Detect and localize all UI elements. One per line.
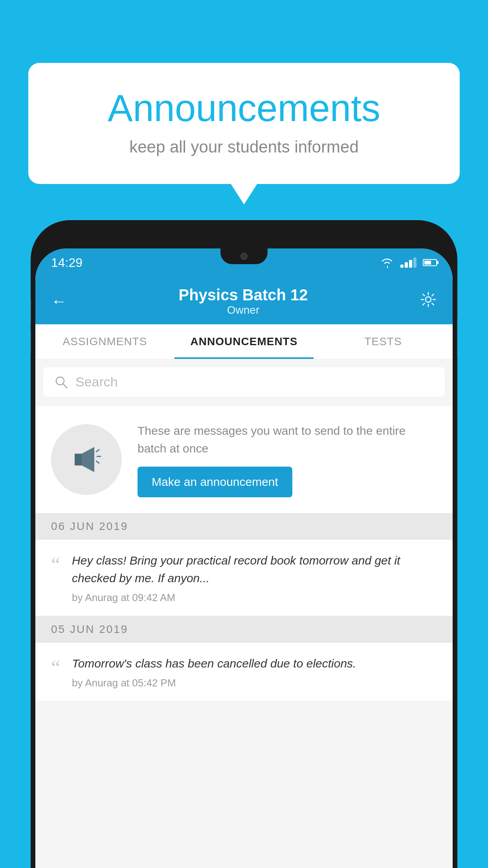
status-bar: 14:29 [35,248,453,277]
volume-up-button [31,299,31,322]
phone-screen: 14:29 [35,248,453,868]
tab-tests[interactable]: TESTS [314,324,453,359]
battery-icon [423,259,437,266]
date-divider-1: 06 JUN 2019 [35,513,453,540]
main-subtitle: keep all your students informed [60,138,428,156]
search-icon [54,375,68,389]
header-title-group: Physics Batch 12 Owner [178,286,308,316]
app-header: ← Physics Batch 12 Owner [35,277,453,324]
svg-rect-4 [75,454,82,465]
gear-icon [420,291,437,308]
screen-body: Search These [35,359,453,868]
signal-icon [400,257,416,268]
volume-down-button [31,330,31,354]
front-camera [240,253,248,260]
wifi-icon [380,257,394,268]
megaphone-icon [67,440,106,479]
notch [220,248,268,264]
speech-bubble-section: Announcements keep all your students inf… [28,63,460,184]
phone-frame: 14:29 [31,220,457,868]
announcement-item-1: “ Hey class! Bring your practical record… [35,540,453,616]
speech-bubble-card: Announcements keep all your students inf… [28,63,460,184]
announcement-meta-2: by Anurag at 05:42 PM [72,677,437,689]
back-button[interactable]: ← [51,292,67,310]
announcement-text-1: Hey class! Bring your practical record b… [72,552,437,587]
battery-fill [424,261,431,265]
announcement-content-1: Hey class! Bring your practical record b… [72,552,437,604]
batch-title: Physics Batch 12 [178,286,308,304]
quote-icon-2: “ [51,658,60,678]
quote-icon-1: “ [51,555,60,575]
announcement-meta-1: by Anurag at 09:42 AM [72,592,437,604]
announcement-item-2: “ Tomorrow's class has been cancelled du… [35,643,453,701]
tabs-bar: ASSIGNMENTS ANNOUNCEMENTS TESTS [35,324,453,359]
svg-line-7 [96,461,99,463]
phone-inner: 14:29 [35,225,453,868]
status-time: 14:29 [51,256,83,270]
announcement-promo: These are messages you want to send to t… [35,406,453,513]
tab-assignments[interactable]: ASSIGNMENTS [35,324,174,359]
power-button [457,318,457,358]
status-icons [380,257,437,268]
date-divider-2: 05 JUN 2019 [35,616,453,643]
announcement-text-2: Tomorrow's class has been cancelled due … [72,655,437,672]
main-title: Announcements [60,86,428,130]
promo-description: These are messages you want to send to t… [138,422,437,457]
search-placeholder: Search [75,374,118,390]
tab-announcements[interactable]: ANNOUNCEMENTS [174,324,314,359]
svg-point-0 [426,297,431,302]
make-announcement-button[interactable]: Make an announcement [138,467,292,497]
promo-icon-circle [51,424,122,495]
svg-line-5 [96,450,99,452]
announcement-content-2: Tomorrow's class has been cancelled due … [72,655,437,689]
promo-content: These are messages you want to send to t… [138,422,437,497]
batch-role: Owner [178,304,308,316]
settings-button[interactable] [420,291,437,312]
svg-line-2 [63,384,67,388]
search-bar[interactable]: Search [43,367,445,397]
